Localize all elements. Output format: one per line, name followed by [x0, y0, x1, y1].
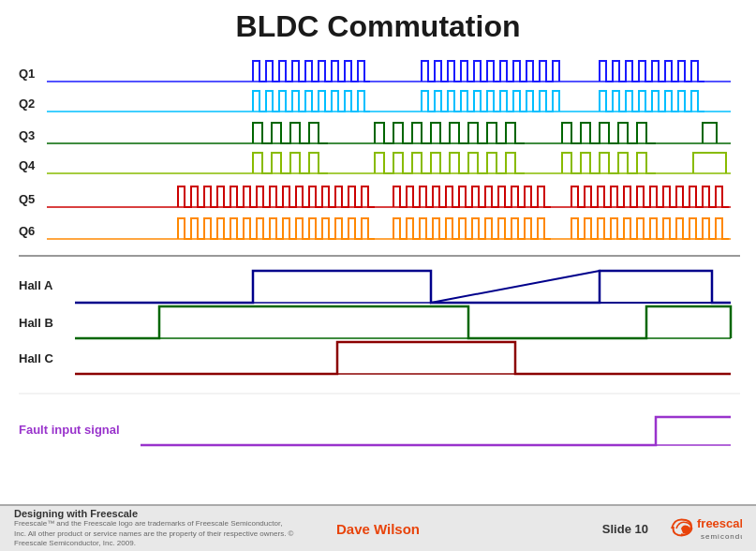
presenter-name: Dave Wilson — [336, 521, 420, 537]
svg-text:semiconductor: semiconductor — [701, 532, 742, 541]
hall-b-label: Hall B — [19, 316, 53, 330]
slide-number: Slide 10 — [602, 522, 648, 536]
svg-text:freescale: freescale — [697, 516, 742, 530]
q3-label: Q3 — [19, 128, 35, 142]
q5-label: Q5 — [19, 192, 35, 206]
fault-label: Fault input signal — [19, 423, 120, 437]
q6-label: Q6 — [19, 224, 35, 238]
footer: Designing with Freescale Freescale™ and … — [0, 504, 756, 551]
main-content: BLDC Commutation Q1 Q2 Q3 — [0, 0, 756, 506]
copyright-text: Freescale™ and the Freescale logo are tr… — [14, 519, 295, 548]
q2-label: Q2 — [19, 97, 35, 111]
company-name: Designing with Freescale — [14, 508, 336, 519]
q4-label: Q4 — [19, 158, 36, 172]
footer-right: Slide 10 freescale semiconductor — [420, 513, 742, 545]
q1-label: Q1 — [19, 67, 35, 81]
footer-center: Dave Wilson — [336, 521, 420, 537]
freescale-logo: freescale semiconductor — [667, 513, 742, 545]
footer-left: Designing with Freescale Freescale™ and … — [14, 508, 336, 548]
waveform-svg: Q1 Q2 Q3 Q — [19, 52, 740, 464]
page-title: BLDC Commutation — [19, 9, 737, 44]
hall-a-label: Hall A — [19, 278, 53, 292]
logo-svg: freescale semiconductor — [667, 513, 742, 545]
hall-c-label: Hall C — [19, 351, 53, 365]
